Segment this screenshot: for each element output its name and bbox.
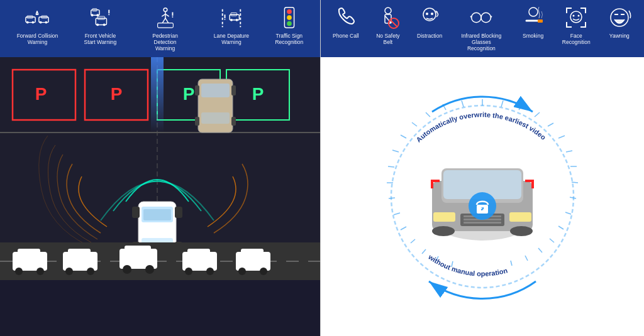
svg-line-27 — [162, 18, 165, 23]
icon-distraction: Distraction — [417, 5, 442, 39]
phone-call-label: Phone Call — [333, 33, 359, 39]
svg-point-102 — [481, 13, 491, 22]
svg-line-118 — [501, 100, 503, 107]
forward-collision-icon — [25, 5, 50, 30]
svg-point-168 — [432, 226, 455, 236]
svg-point-101 — [472, 13, 481, 22]
svg-line-28 — [165, 18, 169, 23]
svg-line-145 — [422, 249, 426, 254]
infrared-glasses-icon — [469, 5, 494, 30]
smoking-label: Smoking — [523, 33, 543, 39]
svg-point-106 — [529, 8, 538, 16]
svg-rect-58 — [143, 209, 171, 220]
svg-point-23 — [164, 8, 167, 12]
center-car — [419, 143, 545, 250]
yawning-label: Yawning — [609, 33, 630, 39]
car-front-svg — [419, 143, 545, 250]
forward-collision-label: Forward CollisionWarning — [17, 33, 58, 45]
no-safety-belt-label: No SafetyBelt — [376, 33, 399, 45]
svg-point-110 — [573, 15, 575, 17]
icon-forward-collision: Forward CollisionWarning — [17, 5, 58, 45]
loop-area: Automatically overwrite the earliest vid… — [321, 57, 644, 336]
face-recognition-label: FaceRecognition — [562, 33, 591, 45]
icon-lane-departure: Lane DepatureWarning — [214, 5, 249, 45]
svg-rect-81 — [125, 246, 151, 256]
svg-rect-157 — [531, 180, 534, 188]
svg-line-26 — [165, 14, 169, 16]
svg-line-25 — [162, 14, 165, 16]
svg-line-133 — [462, 100, 464, 107]
svg-point-109 — [570, 11, 582, 23]
svg-point-78 — [65, 268, 73, 275]
svg-text:P: P — [183, 84, 195, 104]
phone-call-icon — [333, 5, 358, 30]
svg-point-43 — [287, 21, 292, 26]
svg-point-12 — [37, 14, 38, 15]
svg-point-82 — [123, 265, 131, 274]
svg-rect-108 — [538, 19, 543, 23]
traffic-sign-icon — [277, 5, 302, 30]
icon-traffic-sign: Traffic SignRecognition — [275, 5, 303, 45]
svg-rect-64 — [201, 84, 230, 97]
svg-text:without manual operation: without manual operation — [426, 252, 508, 278]
svg-line-143 — [401, 227, 406, 230]
infrared-glasses-label: Infrared BlockingGlasses Recognition — [458, 33, 504, 52]
svg-rect-85 — [187, 249, 210, 258]
svg-rect-92 — [151, 57, 164, 133]
svg-point-7 — [45, 21, 48, 24]
svg-point-31 — [172, 16, 173, 18]
pedestrian-icon — [153, 5, 178, 30]
svg-point-169 — [510, 226, 533, 236]
svg-line-126 — [570, 197, 576, 198]
svg-rect-77 — [68, 249, 91, 258]
pedestrian-label: Pedestrian DetectionWarning — [143, 33, 188, 52]
right-icons-bar: Phone Call No SafetyBelt — [321, 0, 644, 57]
svg-point-93 — [385, 8, 391, 14]
icon-phone-call: Phone Call — [333, 5, 359, 39]
svg-line-139 — [388, 166, 394, 167]
svg-point-42 — [287, 15, 292, 20]
face-recognition-icon — [564, 5, 589, 30]
svg-line-121 — [548, 123, 553, 126]
smoking-icon — [521, 5, 546, 30]
svg-rect-66 — [195, 85, 199, 95]
front-vehicle-icon — [87, 5, 113, 30]
lane-departure-label: Lane DepatureWarning — [214, 33, 249, 45]
svg-rect-159 — [509, 212, 531, 222]
icon-no-safety-belt: No SafetyBelt — [375, 5, 401, 45]
svg-rect-60 — [175, 207, 182, 218]
svg-line-138 — [392, 150, 399, 152]
svg-point-91 — [260, 268, 267, 275]
svg-rect-67 — [231, 85, 236, 95]
svg-point-90 — [238, 268, 246, 275]
svg-rect-155 — [431, 180, 433, 188]
svg-line-123 — [566, 151, 572, 152]
svg-point-99 — [426, 13, 428, 15]
right-panel: Phone Call No SafetyBelt — [321, 0, 644, 336]
svg-point-87 — [206, 268, 214, 275]
svg-point-36 — [230, 19, 233, 21]
icon-yawning: Yawning — [607, 5, 632, 39]
svg-line-120 — [535, 112, 540, 117]
svg-point-86 — [185, 268, 192, 275]
svg-line-135 — [426, 112, 430, 117]
icon-smoking: Smoking — [521, 5, 546, 39]
svg-rect-163 — [464, 222, 501, 224]
svg-point-79 — [87, 268, 94, 275]
svg-rect-158 — [433, 212, 455, 222]
svg-rect-89 — [241, 249, 264, 258]
svg-line-144 — [411, 239, 415, 243]
svg-text:P: P — [35, 84, 47, 104]
svg-line-131 — [525, 256, 528, 261]
main-container: Forward CollisionWarning — [0, 0, 644, 336]
distraction-icon — [417, 5, 442, 30]
svg-point-41 — [287, 9, 292, 14]
svg-point-6 — [40, 21, 42, 24]
svg-point-22 — [109, 14, 110, 15]
icon-face-recognition: FaceRecognition — [562, 5, 591, 45]
traffic-sign-label: Traffic SignRecognition — [275, 33, 303, 45]
svg-point-39 — [225, 19, 226, 20]
distraction-label: Distraction — [417, 33, 442, 39]
svg-point-83 — [145, 265, 154, 274]
svg-point-19 — [97, 24, 99, 26]
